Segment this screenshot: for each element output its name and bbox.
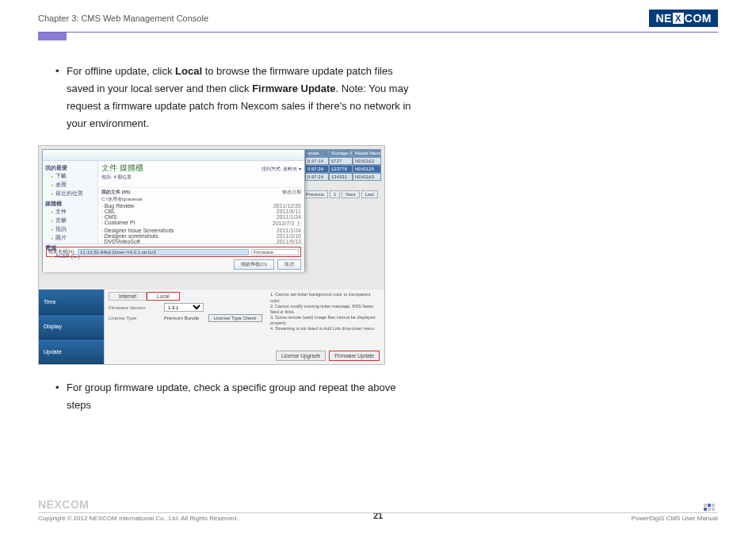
filename-input[interactable]: 11-13 02-64bit-Driver-V4.0.1.tar.bz2 (78, 249, 249, 255)
file-list: Bug Review2011/12/26 CBL2011/8/11 CMS201… (101, 203, 301, 244)
section-tab (38, 33, 67, 40)
table-row[interactable]: 0.97:24123776NDiS125 (305, 165, 381, 173)
list-item[interactable]: DVDVideoSoft2011/9/13 (101, 239, 301, 244)
players-table: ocate Storage (MB) Model Name 6.97:14672… (305, 149, 381, 181)
license-check-button[interactable]: License Type Check (208, 314, 262, 322)
dialog-title: 文件 媒體櫃 (101, 163, 143, 174)
chapter-title: Chapter 3: CMS Web Management Console (38, 13, 208, 23)
sidebar-item[interactable]: 最近的位置 (52, 190, 95, 198)
sidebar-item[interactable]: 文件 (52, 208, 95, 217)
pager-last[interactable]: Last (361, 190, 378, 198)
open-button[interactable]: 開啟舊檔(O) (234, 259, 274, 270)
col-model: Model Name (353, 149, 381, 157)
dialog-sidebar: 我的最愛 下載 桌面 最近的位置 媒體櫃 文件 音樂 視訊 圖片 電腦 ACER… (43, 161, 98, 243)
instruction-bullet-1: For offline update, click Local to brows… (55, 63, 412, 132)
sidebar-item[interactable]: 桌面 (52, 181, 95, 190)
list-item[interactable]: CBL2011/8/11 (101, 209, 301, 214)
dialog-subtitle: 包括: 4 個位置 (101, 174, 143, 181)
release-notes: 1. Cannot set ticker background color to… (270, 292, 381, 332)
sidebar-item[interactable]: 圖片 (52, 234, 95, 243)
firmware-version-select[interactable]: 1.3.1 (164, 303, 204, 312)
pager-prev[interactable]: Previous (302, 190, 328, 198)
file-open-dialog: 我的最愛 下載 桌面 最近的位置 媒體櫃 文件 音樂 視訊 圖片 電腦 ACER… (42, 149, 305, 271)
cms-side-menu: Time Display Update (39, 290, 104, 364)
instruction-bullet-2: For group firmware update, check a speci… (55, 379, 412, 414)
sidebar-item[interactable]: 視訊 (52, 225, 95, 234)
firmware-version-label: Firmware Version (109, 305, 161, 310)
list-item[interactable]: CMS2011/1/24 (101, 214, 301, 220)
list-item[interactable]: Designer screenshots2011/3/10 (101, 233, 301, 239)
footer-squares-icon (704, 504, 718, 511)
manual-name: PowerDigiS CMS User Manual (632, 515, 718, 522)
menu-time[interactable]: Time (39, 290, 104, 314)
filename-label: 檔案名稱(N): (48, 248, 75, 255)
tab-local[interactable]: Local (147, 292, 180, 301)
list-item[interactable]: Customer PI2012/7/3 上 (101, 220, 301, 228)
header-rule (38, 32, 718, 33)
table-row[interactable]: 0.97:24134331NDiS163 (305, 173, 381, 181)
pager-page: 1 (330, 190, 340, 198)
menu-display[interactable]: Display (39, 315, 104, 339)
col-locate: ocate (305, 149, 329, 157)
col-date: 修改日期 (282, 189, 301, 203)
sidebar-item[interactable]: 下載 (52, 172, 95, 181)
sort-control[interactable]: 排列方式: 資料夾 ▾ (262, 166, 301, 173)
license-type-label: License Type (109, 316, 161, 320)
list-item[interactable]: Bug Review2011/12/26 (101, 203, 301, 209)
firmware-update-button[interactable]: Firmware Update (329, 351, 380, 361)
tab-internet[interactable]: Internet (109, 292, 147, 301)
table-row[interactable]: 6.97:146727NDiS162 (305, 157, 381, 165)
pager-next[interactable]: Next (342, 190, 359, 198)
license-upgrade-button[interactable]: License Upgrade (276, 351, 326, 361)
license-type-value: Premium Bundle (164, 316, 199, 320)
filetype-select[interactable]: Firmware (251, 249, 299, 255)
sidebar-item[interactable]: 音樂 (52, 217, 95, 225)
list-item[interactable]: Designer Issue Screenshots2011/1/24 (101, 228, 301, 233)
mydocs-header: 我的文件 (65)C:\使用者\gracetsai (101, 189, 282, 203)
col-storage: Storage (MB) (329, 149, 353, 157)
cancel-button[interactable]: 取消 (277, 259, 301, 270)
nexcom-logo: NEXCOM (649, 10, 718, 27)
copyright-text: Copyright © 2012 NEXCOM International Co… (38, 515, 239, 522)
embedded-screenshot: ocate Storage (MB) Model Name 6.97:14672… (38, 145, 385, 365)
footer-logo: NEXCOM (38, 498, 89, 511)
menu-update[interactable]: Update (39, 339, 104, 364)
